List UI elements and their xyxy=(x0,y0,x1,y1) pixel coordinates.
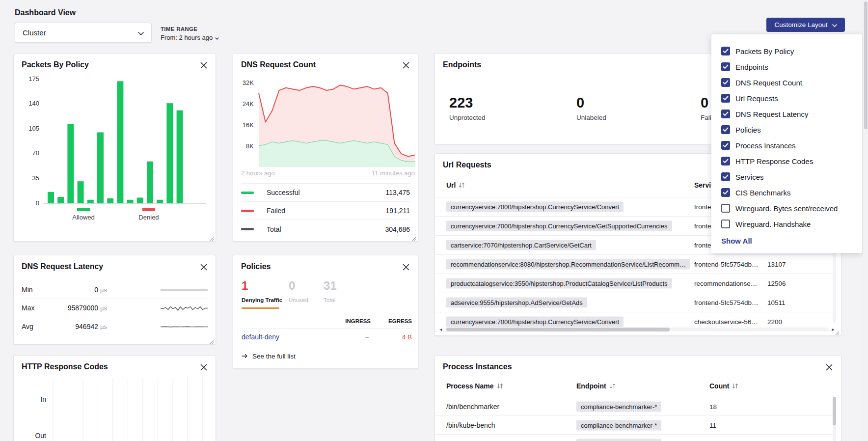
table-row[interactable]: adservice:9555/hipstershop.AdService/Get… xyxy=(435,293,833,312)
divider xyxy=(242,347,412,347)
count-cell: 10511 xyxy=(767,299,786,306)
time-range-from[interactable]: From: 2 hours ago xyxy=(161,34,219,41)
column-header-url[interactable]: Url xyxy=(446,181,465,189)
svg-text:175: 175 xyxy=(28,75,39,83)
resize-handle-icon[interactable] xyxy=(209,234,214,240)
stat-unprotected: 223 Unprotected xyxy=(449,95,486,121)
url-cell: currencyservice:7000/hipstershop.Currenc… xyxy=(446,221,672,231)
checkbox-checked-icon[interactable] xyxy=(721,78,730,87)
customize-layout-button[interactable]: Customize Layout xyxy=(766,18,845,32)
service-cell: fronte xyxy=(694,222,711,230)
table-row[interactable]: /bin/benchmarkercompliance-benchmarker-*… xyxy=(435,397,833,416)
table-row[interactable]: recommendationservice:8080/hipstershop.R… xyxy=(435,255,833,274)
legend-row-failed: Failed 191,211 xyxy=(241,202,410,220)
menu-item-label: DNS Request Count xyxy=(735,79,802,87)
endpoint-cell: compliance-benchmarker-* xyxy=(576,439,661,441)
checkbox-checked-icon[interactable] xyxy=(721,47,730,55)
sparkline-avg xyxy=(161,321,208,332)
show-all-link[interactable]: Show All xyxy=(721,237,855,245)
checkbox-unchecked-icon[interactable] xyxy=(721,204,730,213)
stat-denying-traffic[interactable]: 1 Denying Traffic xyxy=(242,279,282,303)
latency-value: 0 xyxy=(94,286,98,294)
table-row[interactable]: productcatalogservice:3550/hipstershop.P… xyxy=(435,274,833,293)
card-title: DNS Request Latency xyxy=(22,262,103,271)
column-header-process-name[interactable]: Process Name xyxy=(446,382,503,390)
legend-row-total: Total 304,686 xyxy=(241,220,410,238)
customize-menu-item-6[interactable]: Process Instances xyxy=(721,138,855,153)
scroll-left-icon[interactable]: ◄ xyxy=(438,327,444,332)
close-icon[interactable] xyxy=(200,263,208,271)
customize-menu-item-8[interactable]: Services xyxy=(721,169,855,185)
see-full-list-link[interactable]: See the full list xyxy=(242,353,296,360)
checkbox-checked-icon[interactable] xyxy=(721,157,730,165)
scrollbar-thumb[interactable] xyxy=(833,397,836,425)
column-header-count[interactable]: Count xyxy=(709,382,738,390)
page-title: Dashboard View xyxy=(15,8,76,17)
stat-unused[interactable]: 0 Unused xyxy=(289,279,308,303)
stat-value: 223 xyxy=(449,95,486,111)
resize-handle-icon[interactable] xyxy=(411,234,416,240)
process-name-cell: /bin/benchmarker xyxy=(446,403,499,411)
customize-menu-item-10[interactable]: Wireguard. Bytes sent/received xyxy=(721,200,855,216)
column-label: Count xyxy=(709,382,729,390)
customize-menu-item-7[interactable]: HTTP Response Codes xyxy=(721,153,855,169)
sparkline-max xyxy=(161,303,208,313)
time-range: TIME RANGE From: 2 hours ago xyxy=(161,26,219,41)
latency-label: Max xyxy=(22,304,52,312)
resize-handle-icon[interactable] xyxy=(209,337,214,343)
customize-menu-item-0[interactable]: Packets By Policy xyxy=(721,43,855,59)
scrollbar-track[interactable] xyxy=(445,328,829,331)
checkbox-checked-icon[interactable] xyxy=(721,62,730,71)
scrollbar-thumb[interactable] xyxy=(864,1,868,129)
scrollbar-thumb[interactable] xyxy=(446,328,670,331)
dns-area-chart: 32K24K16K8K2 hours ago11 minutes ago xyxy=(233,54,419,181)
resize-handle-icon[interactable] xyxy=(834,329,840,334)
sort-icon xyxy=(609,383,616,389)
column-header-egress[interactable]: EGRESS xyxy=(388,318,412,324)
cluster-select[interactable]: Cluster xyxy=(15,23,152,43)
horizontal-scrollbar[interactable]: ◄ ► xyxy=(438,327,836,332)
table-row[interactable]: /bin/kube-benchcompliance-benchmarker-*1… xyxy=(435,416,833,435)
column-header-endpoint[interactable]: Endpoint xyxy=(576,382,616,390)
checkbox-checked-icon[interactable] xyxy=(721,188,730,197)
time-range-from-value: From: 2 hours ago xyxy=(161,34,213,41)
legend-value: 113,475 xyxy=(385,189,410,196)
stat-total[interactable]: 31 Total xyxy=(324,279,337,303)
sparkline-min xyxy=(161,284,208,295)
endpoint-cell: compliance-benchmarker-* xyxy=(576,401,661,412)
stat-label: Unprotected xyxy=(449,114,486,121)
service-cell: fronte xyxy=(694,203,711,211)
page-scrollbar[interactable] xyxy=(863,0,868,441)
policy-name-link[interactable]: default-deny xyxy=(242,333,279,341)
failed-swatch-icon xyxy=(241,210,254,212)
latency-unit: µs xyxy=(100,304,107,312)
checkbox-unchecked-icon[interactable] xyxy=(721,220,730,228)
policy-egress-value: 4 B xyxy=(402,333,412,341)
table-row[interactable]: benchmarkercompliance-benchmarker-*9 xyxy=(435,435,833,441)
stat-value: 0 xyxy=(576,95,606,111)
checkbox-checked-icon[interactable] xyxy=(721,172,730,181)
customize-menu-item-9[interactable]: CIS Benchmarks xyxy=(721,185,855,200)
customize-menu-item-11[interactable]: Wireguard. Handshake xyxy=(721,216,855,232)
url-cell: currencyservice:7000/hipstershop.Currenc… xyxy=(446,202,624,212)
menu-item-label: Policies xyxy=(735,126,761,134)
vertical-scrollbar[interactable] xyxy=(833,397,836,441)
customize-menu-item-4[interactable]: DNS Request Latency xyxy=(721,106,855,122)
stat-label: Total xyxy=(324,297,337,303)
checkbox-checked-icon[interactable] xyxy=(721,110,730,118)
svg-text:105: 105 xyxy=(28,125,39,132)
card-http-response-codes: HTTP Response Codes In Out xyxy=(13,355,216,441)
svg-text:70: 70 xyxy=(32,149,39,157)
cluster-select-value: Cluster xyxy=(23,28,46,37)
close-icon[interactable] xyxy=(825,363,833,371)
checkbox-checked-icon[interactable] xyxy=(721,94,730,103)
customize-menu-item-3[interactable]: Url Requests xyxy=(721,90,855,106)
column-header-ingress[interactable]: INGRESS xyxy=(345,318,371,324)
checkbox-checked-icon[interactable] xyxy=(721,125,730,134)
customize-menu-item-5[interactable]: Policies xyxy=(721,122,855,138)
customize-menu-item-2[interactable]: DNS Request Count xyxy=(721,75,855,90)
close-icon[interactable] xyxy=(402,263,410,271)
card-title: Url Requests xyxy=(443,161,491,169)
customize-menu-item-1[interactable]: Endpoints xyxy=(721,59,855,75)
checkbox-checked-icon[interactable] xyxy=(721,141,730,150)
